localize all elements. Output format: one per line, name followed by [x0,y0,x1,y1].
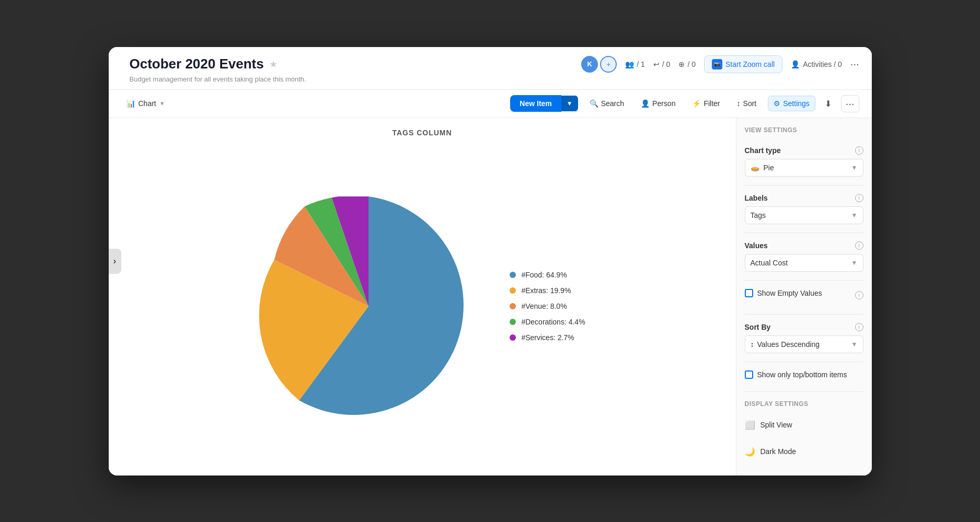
view-settings-title: View Settings [745,126,863,134]
legend-dot-food [510,272,516,278]
values-dropdown[interactable]: Actual Cost ▼ [745,254,863,272]
chart-container: #Food: 64.9% #Extras: 19.9% #Venue: 8.0%… [119,147,725,465]
legend-item-services: #Services: 2.7% [510,333,585,342]
settings-icon: ⚙ [774,99,780,108]
legend-label-venue: #Venue: 8.0% [521,302,567,310]
labels-dropdown[interactable]: Tags ▼ [745,206,863,224]
new-item-button[interactable]: New Item ▼ [510,95,578,112]
dark-mode-icon: 🌙 [745,447,755,457]
chart-type-section: Chart type i 🥧 Pie ▼ [745,146,863,177]
top-bottom-checkbox-row: Show only top/bottom items [745,370,863,379]
legend-item-extras: #Extras: 19.9% [510,286,585,295]
search-icon: 🔍 [590,99,598,108]
header-top: October 2020 Events ★ K + 👥 / 1 [130,55,859,73]
sort-by-row: Sort By i [745,323,863,331]
legend-label-extras: #Extras: 19.9% [521,286,571,295]
search-button[interactable]: 🔍 Search [584,96,629,111]
dark-mode-button[interactable]: 🌙 Dark Mode [745,443,863,461]
split-view-button[interactable]: ⬜ Split View [745,416,863,434]
chart-title: TAGS COLUMN [392,129,452,137]
divider-4 [745,314,863,315]
content-area: TAGS COLUMN [109,118,872,475]
show-empty-row: Show Empty Values i [745,289,863,301]
toolbar: 📊 Chart ▼ New Item ▼ 🔍 Search 👤 Person ⚡… [109,90,872,118]
toolbar-more-button[interactable]: ··· [841,95,859,112]
display-settings-title: Display Settings [745,400,863,408]
settings-panel: View Settings Chart type i 🥧 Pie ▼ [736,118,872,475]
top-bottom-label: Show only top/bottom items [757,370,847,379]
divider-3 [745,280,863,281]
filter-button[interactable]: ⚡ Filter [687,96,725,111]
chart-type-dropdown[interactable]: 🥧 Pie ▼ [745,159,863,177]
legend-dot-extras [510,287,516,294]
notification-icon: ↩ [653,60,660,68]
divider-2 [745,233,863,233]
values-label: Values [745,241,768,250]
title-row: October 2020 Events ★ [130,56,278,72]
values-row: Values i [745,241,863,250]
sort-by-info-icon[interactable]: i [855,323,863,331]
app-window: › October 2020 Events ★ K + 👥 [109,47,872,475]
sort-by-dropdown[interactable]: ↕ Values Descending ▼ [745,335,863,353]
legend-dot-services [510,334,516,341]
labels-chevron-icon: ▼ [851,212,858,219]
zoom-icon: 📷 [712,59,722,69]
chart-view-button[interactable]: 📊 Chart ▼ [121,96,170,111]
filter-icon: ⚡ [692,99,701,108]
show-empty-info-icon[interactable]: i [855,291,863,299]
values-chevron-icon: ▼ [851,259,858,266]
subtitle: Budget management for all events taking … [130,75,859,83]
new-item-main-button[interactable]: New Item [510,95,561,112]
legend-item-decorations: #Decorations: 4.4% [510,318,585,326]
users-stat[interactable]: 👥 / 1 [625,60,645,68]
pie-chart [259,196,478,416]
chart-type-info-icon[interactable]: i [855,146,863,155]
sort-icon: ↕ [737,99,741,108]
split-view-icon: ⬜ [745,420,755,430]
avatar: K [581,56,598,73]
labels-row: Labels i [745,194,863,202]
header: October 2020 Events ★ K + 👥 / 1 [109,47,872,90]
settings-button[interactable]: ⚙ Settings [768,96,815,111]
chart-icon: 📊 [126,99,135,108]
new-item-dropdown-button[interactable]: ▼ [561,96,578,111]
legend-item-venue: #Venue: 8.0% [510,302,585,310]
pie-type-icon: 🥧 [751,164,759,172]
zoom-call-button[interactable]: 📷 Start Zoom call [704,55,782,73]
notifications-stat[interactable]: ↩ / 0 [653,60,671,68]
legend-label-services: #Services: 2.7% [521,333,574,342]
activities-button[interactable]: 👤 Activities / 0 [791,60,842,68]
header-more-button[interactable]: ··· [850,58,859,70]
updates-stat[interactable]: ⊕ / 0 [678,60,696,68]
show-empty-label: Show Empty Values [757,289,822,297]
labels-section: Labels i Tags ▼ [745,194,863,224]
labels-label: Labels [745,194,768,202]
sort-by-section: Sort By i ↕ Values Descending ▼ [745,323,863,353]
star-icon[interactable]: ★ [269,59,278,70]
activities-icon: 👤 [791,60,800,68]
person-filter-button[interactable]: 👤 Person [636,96,681,111]
add-user-button[interactable]: + [600,56,617,73]
chart-type-label: Chart type [745,146,781,155]
chevron-down-icon: ▼ [159,100,165,107]
show-empty-checkbox-row: Show Empty Values [745,289,822,297]
add-user-icon: + [606,60,610,68]
sort-chevron-icon: ▼ [851,341,858,348]
labels-info-icon[interactable]: i [855,194,863,202]
users-icon: 👥 [625,60,634,68]
update-icon: ⊕ [678,60,685,68]
sort-icon: ↕ [751,340,754,349]
legend-dot-decorations [510,319,516,325]
values-info-icon[interactable]: i [855,241,863,250]
sidebar-toggle[interactable]: › [109,249,121,274]
sort-button[interactable]: ↕ Sort [732,96,762,111]
legend-item-food: #Food: 64.9% [510,271,585,279]
person-icon: 👤 [641,99,650,108]
download-button[interactable]: ⬇ [822,96,835,112]
pie-chart-svg [259,196,478,416]
divider-5 [745,362,863,362]
top-bottom-checkbox[interactable] [745,370,753,379]
chart-legend: #Food: 64.9% #Extras: 19.9% #Venue: 8.0%… [510,271,585,342]
show-empty-checkbox[interactable] [745,289,753,297]
header-actions: K + 👥 / 1 ↩ / 0 ⊕ / 0 [581,55,859,73]
